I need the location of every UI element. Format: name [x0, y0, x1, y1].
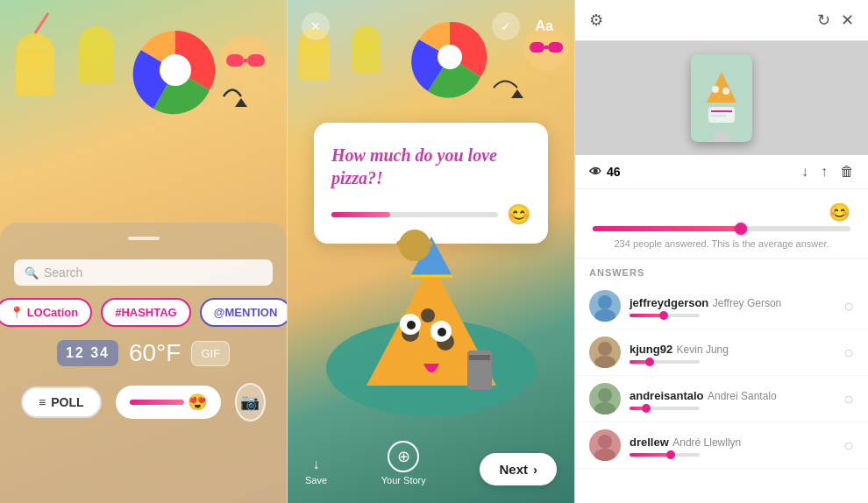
displayname-drellew: André Llewllyn [672, 436, 741, 449]
svg-point-27 [421, 308, 435, 322]
header-actions: ↻ ✕ [817, 11, 854, 30]
svg-point-17 [438, 45, 462, 69]
user-fill-kjung92 [630, 360, 647, 364]
user-fill-drellew [630, 453, 668, 457]
poll-question-card: How much do you love pizza?! 😊 [314, 123, 548, 244]
svg-point-53 [594, 449, 615, 461]
message-icon-2[interactable]: ○ [843, 343, 854, 363]
average-answer-text: 234 people answered. This is the average… [593, 238, 850, 249]
drag-handle [128, 237, 160, 240]
story-stats-row: 👁 46 ↓ ↑ 🗑 [575, 155, 868, 189]
displayname-kjung92: Kevin Jung [677, 344, 729, 356]
svg-point-42 [722, 88, 729, 95]
story-preview-thumbnail [575, 41, 868, 155]
slider-sticker[interactable]: 😍 [116, 386, 221, 419]
search-placeholder: Search [44, 266, 82, 280]
user-info-andreisantalo: andreisantalo Andrei Santalo [630, 387, 835, 410]
close-icon[interactable]: ✕ [841, 11, 854, 30]
username-jeffreydgerson: jeffreydgerson [630, 296, 708, 309]
story-actions: ↓ ↑ 🗑 [801, 164, 854, 180]
svg-point-41 [712, 86, 719, 93]
user-info-drellew: drellew André Llewllyn [630, 434, 835, 457]
temperature-widget[interactable]: 60°F [129, 339, 181, 367]
location-label: LOCation [27, 306, 79, 319]
avatar-kjung92 [589, 337, 621, 368]
answer-item-3: andreisantalo Andrei Santalo ○ [575, 376, 868, 422]
svg-point-47 [594, 309, 615, 322]
poll-icon: ≡ [39, 395, 46, 409]
avatar-drellew [589, 429, 621, 461]
svg-marker-11 [235, 98, 247, 107]
answers-section-header: ANSWERS [575, 259, 868, 283]
refresh-icon[interactable]: ↻ [817, 11, 830, 30]
poll-button[interactable]: ≡ POLL [21, 386, 102, 418]
your-story-button[interactable]: ⊕ Your Story [381, 441, 426, 485]
text-mode-button[interactable]: Aa [529, 15, 560, 38]
mention-sticker[interactable]: @MENTION [200, 298, 288, 327]
svg-point-38 [423, 240, 433, 247]
checkmark-icon: ✓ [501, 19, 511, 33]
average-emoji: 😊 [593, 202, 850, 223]
panel-story-preview: ✕ ✓ Aa How much do you love pizza?! 😊 [288, 0, 575, 503]
widget-row: 12 34 60°F GIF [14, 339, 273, 367]
message-icon-3[interactable]: ○ [843, 389, 854, 409]
download-icon[interactable]: ↓ [801, 164, 808, 180]
eye-icon: 👁 [589, 165, 601, 179]
average-slider-thumb [735, 223, 747, 235]
search-bar[interactable]: 🔍 Search [14, 259, 273, 286]
gif-widget[interactable]: GIF [191, 341, 230, 366]
user-dot-jeffreydgerson [659, 311, 668, 320]
average-slider-bar [593, 226, 850, 231]
settings-icon[interactable]: ⚙ [589, 11, 603, 30]
panel-stories-stickers: 🔍 Search 📍 LOCation #HASHTAG @MENTION 12… [0, 0, 288, 503]
avatar-andreisantalo [589, 383, 621, 414]
svg-point-50 [598, 388, 612, 402]
checkmark-button[interactable]: ✓ [492, 12, 520, 40]
location-icon: 📍 [10, 306, 24, 319]
hashtag-label: #HASHTAG [115, 306, 177, 319]
svg-point-6 [160, 54, 191, 86]
save-button[interactable]: ↓ Save [305, 457, 327, 485]
food-decorations-1 [0, 0, 287, 202]
location-sticker[interactable]: 📍 LOCation [0, 298, 92, 327]
svg-point-51 [594, 402, 615, 414]
user-slider-kjung92 [630, 360, 700, 364]
message-icon-1[interactable]: ○ [843, 296, 854, 316]
answers-list: jeffreydgerson Jeffrey Gerson ○ kjung92 … [575, 283, 868, 476]
svg-point-30 [407, 321, 416, 329]
answer-item-4: drellew André Llewllyn ○ [575, 422, 868, 469]
time-widget[interactable]: 12 34 [57, 340, 118, 366]
story-publish-controls: ↓ Save ⊕ Your Story Next › [288, 441, 574, 485]
message-icon-4[interactable]: ○ [843, 436, 854, 456]
poll-slider[interactable]: 😊 [331, 203, 530, 226]
slider-emoji: 😍 [188, 393, 207, 412]
close-button[interactable]: ✕ [302, 12, 330, 40]
share-icon[interactable]: ↑ [821, 164, 828, 180]
camera-icon: 📷 [240, 393, 260, 412]
user-info-kjung92: kjung92 Kevin Jung [630, 341, 835, 364]
delete-icon[interactable]: 🗑 [840, 164, 854, 180]
gif-label: GIF [201, 347, 220, 360]
camera-button[interactable]: 📷 [235, 383, 266, 422]
sticker-row-1: 📍 LOCation #HASHTAG @MENTION [14, 298, 273, 327]
svg-marker-18 [511, 89, 523, 98]
save-label: Save [305, 475, 327, 485]
hashtag-sticker[interactable]: #HASHTAG [101, 298, 191, 327]
user-fill-jeffreydgerson [630, 314, 661, 317]
save-icon: ↓ [313, 457, 320, 472]
next-button[interactable]: Next › [480, 453, 557, 485]
panel-story-insights: ⚙ ↻ ✕ 👁 46 ↓ ↑ 🗑 [575, 0, 868, 503]
svg-point-37 [396, 240, 407, 247]
svg-rect-15 [352, 39, 381, 73]
poll-slider-fill [331, 212, 390, 217]
svg-line-2 [35, 13, 48, 33]
views-number: 46 [607, 165, 621, 179]
svg-rect-22 [544, 46, 548, 49]
svg-rect-21 [548, 42, 563, 53]
poll-question-text: How much do you love pizza?! [331, 144, 530, 189]
sticker-picker-panel: 🔍 Search 📍 LOCation #HASHTAG @MENTION 12… [0, 223, 287, 503]
user-dot-kjung92 [645, 358, 654, 366]
svg-rect-4 [79, 44, 114, 84]
average-slider-fill [593, 226, 747, 231]
your-story-label: Your Story [381, 475, 426, 485]
